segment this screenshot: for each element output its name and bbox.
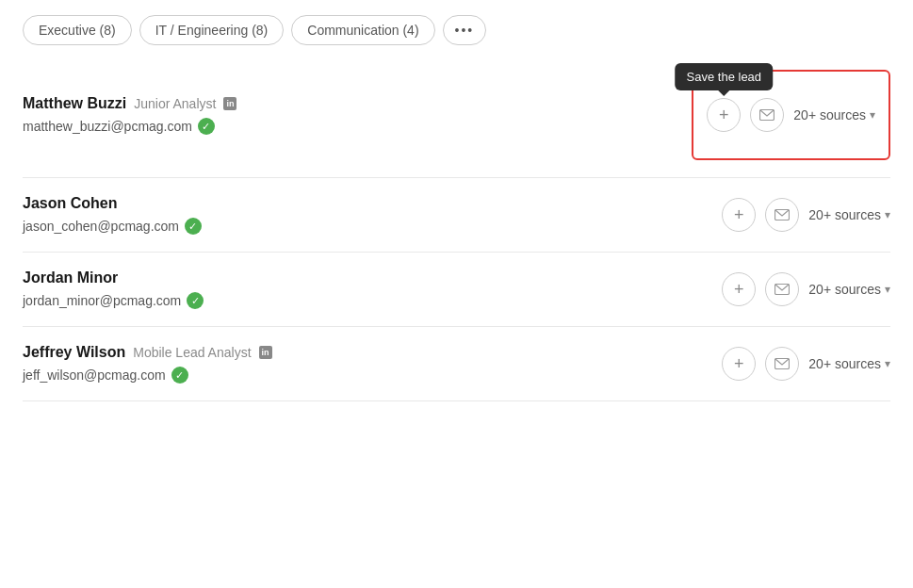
contact-email: matthew_buzzi@pcmag.com	[23, 119, 192, 134]
add-icon: +	[719, 106, 729, 125]
sources-button[interactable]: 20+ sources ▾	[808, 207, 890, 222]
contact-title: Junior Analyst	[134, 96, 216, 111]
envelope-icon	[774, 284, 790, 295]
verified-icon: ✓	[198, 118, 215, 135]
chevron-icon: ▾	[885, 357, 890, 370]
contact-email-line: jason_cohen@pcmag.com ✓	[23, 218, 722, 235]
add-icon: +	[734, 354, 744, 374]
table-row: Matthew Buzzi Junior Analyst in matthew_…	[23, 53, 890, 178]
add-icon: +	[734, 205, 744, 225]
sources-label: 20+ sources	[808, 207, 881, 222]
chevron-icon: ▾	[885, 208, 890, 221]
chevron-icon: ▾	[870, 108, 875, 122]
contact-info: Matthew Buzzi Junior Analyst in matthew_…	[23, 95, 692, 135]
contact-email-line: jordan_minor@pcmag.com ✓	[23, 292, 722, 309]
sources-label: 20+ sources	[808, 282, 881, 297]
contact-name: Jason Cohen	[23, 195, 117, 212]
linkedin-icon: in	[223, 97, 236, 110]
table-row: Jordan Minor jordan_minor@pcmag.com ✓ + …	[23, 253, 890, 327]
email-button[interactable]	[765, 198, 799, 232]
contact-email-line: matthew_buzzi@pcmag.com ✓	[23, 118, 692, 135]
save-lead-tooltip: Save the lead	[676, 63, 774, 90]
envelope-icon	[774, 209, 790, 220]
contacts-list: Matthew Buzzi Junior Analyst in matthew_…	[0, 53, 913, 401]
more-tabs-button[interactable]: •••	[443, 15, 487, 45]
envelope-icon	[774, 358, 790, 369]
verified-icon: ✓	[187, 292, 204, 309]
table-row: Jeffrey Wilson Mobile Lead Analyst in je…	[23, 327, 890, 401]
chevron-icon: ▾	[885, 283, 890, 296]
contact-name: Jeffrey Wilson	[23, 344, 125, 361]
contact-name-line: Jeffrey Wilson Mobile Lead Analyst in	[23, 344, 722, 361]
save-lead-button[interactable]: +	[722, 272, 756, 306]
contact-name-line: Jordan Minor	[23, 270, 722, 286]
save-lead-button[interactable]: +	[722, 347, 756, 381]
tab-it-engineering[interactable]: IT / Engineering (8)	[139, 15, 285, 45]
linkedin-icon: in	[259, 346, 272, 359]
contact-actions: + 20+ sources ▾	[722, 347, 890, 381]
verified-icon: ✓	[171, 367, 188, 384]
sources-button[interactable]: 20+ sources ▾	[793, 107, 875, 122]
email-button[interactable]	[765, 272, 799, 306]
contact-email: jordan_minor@pcmag.com	[23, 293, 181, 308]
sources-button[interactable]: 20+ sources ▾	[808, 282, 890, 297]
contact-email-line: jeff_wilson@pcmag.com ✓	[23, 367, 722, 384]
contact-title: Mobile Lead Analyst	[133, 345, 251, 360]
envelope-icon	[759, 109, 774, 121]
sources-label: 20+ sources	[793, 107, 866, 122]
add-icon: +	[734, 280, 744, 300]
verified-icon: ✓	[185, 218, 202, 235]
contact-email: jason_cohen@pcmag.com	[23, 219, 179, 234]
contact-name: Matthew Buzzi	[23, 95, 126, 112]
contact-email: jeff_wilson@pcmag.com	[23, 368, 166, 383]
contact-actions-highlighted: Save the lead + 20+ sources ▾	[692, 70, 890, 160]
save-lead-button[interactable]: +	[722, 198, 756, 232]
contact-actions: + 20+ sources ▾	[722, 198, 890, 232]
tabs-bar: Executive (8) IT / Engineering (8) Commu…	[0, 0, 913, 45]
contact-info: Jordan Minor jordan_minor@pcmag.com ✓	[23, 270, 722, 309]
contact-name-line: Matthew Buzzi Junior Analyst in	[23, 95, 692, 112]
sources-label: 20+ sources	[808, 356, 881, 371]
contact-info: Jeffrey Wilson Mobile Lead Analyst in je…	[23, 344, 722, 384]
contact-name: Jordan Minor	[23, 270, 118, 286]
contact-actions: + 20+ sources ▾	[722, 272, 890, 306]
tooltip-container: Save the lead +	[707, 98, 741, 132]
table-row: Jason Cohen jason_cohen@pcmag.com ✓ + 20…	[23, 178, 890, 253]
tab-communication[interactable]: Communication (4)	[291, 15, 434, 45]
tab-executive[interactable]: Executive (8)	[23, 15, 132, 45]
email-button[interactable]	[750, 98, 784, 132]
sources-button[interactable]: 20+ sources ▾	[808, 356, 890, 371]
email-button[interactable]	[765, 347, 799, 381]
save-lead-button[interactable]: +	[707, 98, 741, 132]
contact-name-line: Jason Cohen	[23, 195, 722, 212]
contact-info: Jason Cohen jason_cohen@pcmag.com ✓	[23, 195, 722, 235]
